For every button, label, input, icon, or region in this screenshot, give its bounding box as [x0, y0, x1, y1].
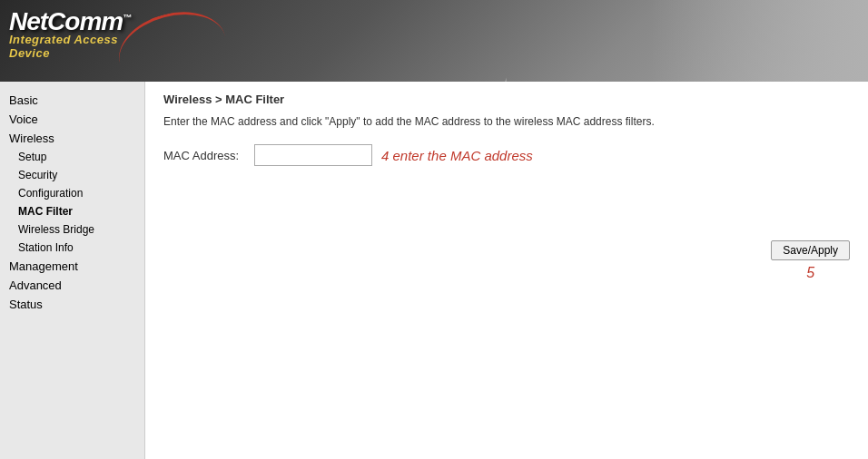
- sidebar-item-configuration[interactable]: Configuration: [0, 184, 144, 202]
- sidebar-item-management[interactable]: Management: [0, 257, 144, 276]
- sidebar-item-voice[interactable]: Voice: [0, 110, 144, 129]
- sidebar-item-wireless[interactable]: Wireless: [0, 129, 144, 148]
- description-text: Enter the MAC address and click "Apply" …: [163, 115, 850, 128]
- main-layout: Basic Voice Wireless Setup Security Conf…: [0, 82, 868, 459]
- save-button-area: Save/Apply 5: [771, 240, 850, 281]
- mac-address-input[interactable]: [254, 144, 372, 166]
- sidebar-item-station-info[interactable]: Station Info: [0, 239, 144, 257]
- sidebar-item-setup[interactable]: Setup: [0, 148, 144, 166]
- save-apply-button[interactable]: Save/Apply: [771, 240, 850, 260]
- sidebar-item-mac-filter[interactable]: MAC Filter: [0, 202, 144, 220]
- sidebar-item-status[interactable]: Status: [0, 295, 144, 314]
- header: NetComm™ Integrated Access Device: [0, 0, 868, 82]
- mac-address-row: MAC Address: 4 enter the MAC address: [163, 144, 850, 166]
- sidebar-item-basic[interactable]: Basic: [0, 91, 144, 110]
- content-area: Wireless > MAC Filter Enter the MAC addr…: [145, 82, 868, 459]
- breadcrumb: Wireless > MAC Filter: [163, 93, 850, 106]
- sidebar-item-security[interactable]: Security: [0, 166, 144, 184]
- sidebar-item-advanced[interactable]: Advanced: [0, 276, 144, 295]
- step-number: 5: [806, 265, 814, 281]
- mac-address-label: MAC Address:: [163, 149, 245, 162]
- header-decoration: [505, 0, 868, 82]
- mac-hint-text: 4 enter the MAC address: [381, 148, 533, 163]
- sidebar-item-wireless-bridge[interactable]: Wireless Bridge: [0, 220, 144, 239]
- sidebar: Basic Voice Wireless Setup Security Conf…: [0, 82, 145, 459]
